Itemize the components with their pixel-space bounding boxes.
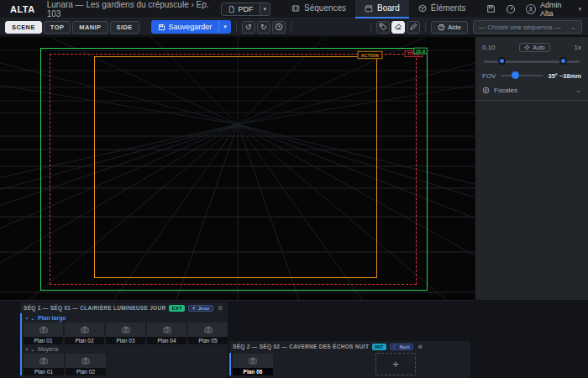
caret-down-icon: ▾: [264, 6, 267, 13]
action-safe-frame: [94, 56, 377, 278]
tab-board[interactable]: Board: [355, 0, 409, 18]
shot-thumbnail-plan-06[interactable]: Plan 06: [233, 354, 273, 375]
clapperboard-icon: [365, 4, 373, 13]
camera-inspector-panel: 0,10 Auto 1x FOV 35° ~38mm: [475, 37, 588, 300]
view-scene-button[interactable]: SCENE: [5, 21, 42, 34]
zoom-range-slider[interactable]: [482, 55, 581, 67]
shot-thumbnail-plan-03[interactable]: Plan 03: [106, 323, 145, 344]
shot-thumbnail-plan-02[interactable]: Plan 02: [65, 323, 104, 344]
document-icon: [228, 5, 235, 13]
shot-thumbnail-plan-02b[interactable]: Plan 02: [66, 354, 106, 375]
eraser-tool-button[interactable]: [391, 21, 405, 34]
chevron-down-icon: ⌄: [30, 315, 35, 322]
undo-button[interactable]: ↺: [242, 21, 255, 34]
tab-elements[interactable]: Éléments: [409, 0, 475, 18]
focales-label: Focales: [494, 87, 517, 94]
auto-button[interactable]: Auto: [519, 43, 549, 52]
project-title: Lunara — Les gardiens du crépuscule › Ep…: [47, 0, 221, 18]
caret-down-icon: ▾: [223, 24, 227, 30]
view-side-button[interactable]: SIDE: [110, 21, 139, 34]
camera-icon: [163, 326, 171, 333]
shot-thumbnails-row-2: Plan 01 Plan 02: [24, 354, 228, 375]
zoom-range-row: 0,10 Auto 1x: [482, 42, 581, 52]
plus-circle-icon: ⊕: [417, 344, 423, 349]
sequence-card-2: SÉQ 2 — SÉQ 02 — CAVERNE DES ÉCHOS NUIT …: [229, 341, 470, 378]
inspector-empty-area: [475, 100, 588, 300]
camera-icon: [39, 357, 48, 365]
user-menu[interactable]: Admin Alta ▾: [526, 1, 581, 18]
fov-slider[interactable]: [501, 71, 543, 81]
ext-badge: EXT: [169, 305, 185, 312]
shot-thumbnail-plan-05[interactable]: Plan 05: [188, 323, 228, 344]
sequence-1-groups: ⌄ Plan large Plan 01 Plan 02 Plan 03: [20, 313, 228, 375]
night-badge: ☾ Nuit: [390, 344, 414, 350]
sequence-1-title: SÉQ 1 — SÉQ 01 — CLAIRIÈRE LUMINEUSE JOU…: [24, 305, 165, 311]
help-label: Aide: [448, 24, 461, 31]
chevron-down-icon: ⌄: [30, 346, 35, 353]
range-max-label: 1x: [575, 44, 581, 51]
annotate-tool-group: [376, 21, 420, 34]
tag-icon: [379, 23, 387, 31]
pdf-export-dropdown[interactable]: ▾: [260, 3, 270, 15]
view-manip-button[interactable]: MANIP: [72, 21, 108, 34]
cube-icon: [418, 4, 427, 13]
shot-group-label: Plan large: [38, 315, 66, 321]
range-handle-max[interactable]: [559, 57, 567, 65]
app-logo: ALTA: [10, 4, 35, 14]
add-shot-button[interactable]: +: [375, 353, 416, 375]
pencil-tool-button[interactable]: [407, 21, 420, 34]
sequence-2-title: SÉQ 2 — SÉQ 02 — CAVERNE DES ÉCHOS NUIT: [233, 344, 369, 349]
tab-sequences-label: Séquences: [304, 3, 346, 13]
focales-section-header[interactable]: Focales ⌄: [482, 83, 581, 97]
sequence-settings-button[interactable]: ⚙: [218, 305, 223, 312]
sequence-2-shots: Plan 06 +: [229, 353, 470, 375]
main-nav: Séquences Board Éléments: [282, 0, 475, 18]
camera-icon: [39, 326, 48, 333]
plus-icon: +: [392, 358, 399, 370]
moon-icon: ☾: [393, 344, 398, 349]
help-button[interactable]: Aide: [431, 21, 468, 34]
tab-elements-label: Éléments: [431, 3, 466, 13]
sequence-timeline: SÉQ 1 — SÉQ 01 — CLAIRIÈRE LUMINEUSE JOU…: [0, 300, 475, 378]
bullet-dot: [26, 349, 28, 350]
fov-row: FOV 35° ~38mm: [482, 69, 581, 82]
film-icon: [291, 4, 300, 13]
camera-icon: [249, 357, 257, 365]
shot-thumbnail-plan-01[interactable]: Plan 01: [24, 323, 63, 344]
sequence-card-1: SÉQ 1 — SÉQ 01 — CLAIRIÈRE LUMINEUSE JOU…: [20, 302, 228, 378]
tab-board-label: Board: [377, 3, 400, 13]
help-circle-icon: [438, 24, 445, 31]
camera-icon: [122, 326, 130, 333]
history-button[interactable]: [272, 21, 286, 34]
sequence-2-header[interactable]: SÉQ 2 — SÉQ 02 — CAVERNE DES ÉCHOS NUIT …: [229, 341, 470, 352]
save-dropdown[interactable]: ▾: [218, 20, 231, 34]
crosshair-icon: [524, 45, 530, 50]
view-top-button[interactable]: TOP: [44, 21, 71, 34]
sequence-select[interactable]: — Choisir une séquence — ⌄: [473, 20, 582, 34]
range-handle-min[interactable]: [498, 57, 506, 65]
shot-group-plan-large[interactable]: ⌄ Plan large: [24, 313, 228, 323]
scene-viewport[interactable]: ACTION TITRE 16:9: [0, 37, 475, 300]
divider: [370, 22, 371, 32]
pencil-icon: [409, 23, 417, 31]
tab-sequences[interactable]: Séquences: [282, 0, 355, 18]
int-badge: INT: [372, 344, 386, 350]
floppy-icon: [158, 24, 165, 31]
action-safe-label: ACTION: [358, 51, 383, 59]
top-bar: ALTA Lunara — Les gardiens du crépuscule…: [0, 0, 588, 18]
shot-thumbnail-plan-01b[interactable]: Plan 01: [24, 354, 64, 375]
toolbar: SCENE TOP MANIP SIDE Sauvegarder ▾ ↺ ↻: [0, 18, 588, 36]
fov-label: FOV: [482, 72, 496, 80]
pdf-export-button[interactable]: PDF: [222, 3, 260, 15]
sequence-add-button[interactable]: ⊕: [417, 344, 423, 350]
tag-tool-button[interactable]: [376, 21, 390, 34]
shot-thumbnail-plan-04[interactable]: Plan 04: [147, 323, 186, 344]
gauge-icon[interactable]: [506, 4, 516, 14]
fov-handle[interactable]: [512, 71, 519, 79]
day-badge-label: Jour: [198, 306, 210, 311]
autosave-icon[interactable]: [486, 4, 496, 13]
sequence-1-header[interactable]: SÉQ 1 — SÉQ 01 — CLAIRIÈRE LUMINEUSE JOU…: [20, 302, 228, 313]
redo-button[interactable]: ↻: [257, 21, 270, 34]
save-button[interactable]: Sauvegarder: [151, 20, 219, 34]
shot-group-moyens[interactable]: ⌄ Moyens: [24, 344, 228, 354]
